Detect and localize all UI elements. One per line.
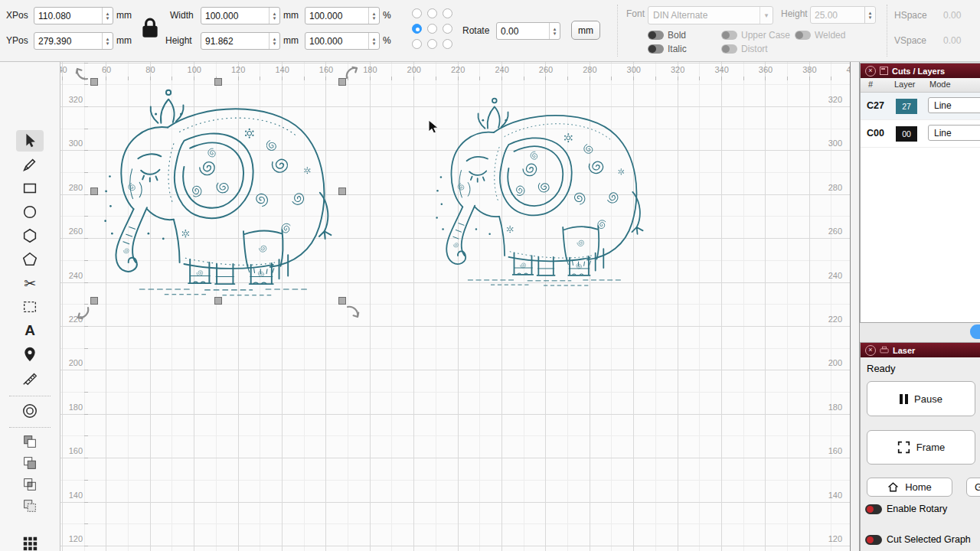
undock-icon[interactable]	[880, 67, 888, 75]
polygon-tool[interactable]	[16, 225, 44, 246]
height-percent-input[interactable]: 100.000 ▴▾	[305, 32, 380, 50]
cut-selected-toggle[interactable]	[865, 535, 882, 545]
selection-handle-nw[interactable]	[90, 78, 98, 86]
boolean-subtract-tool[interactable]	[16, 452, 44, 474]
welded-toggle[interactable]	[795, 31, 811, 40]
aspect-lock-icon[interactable]	[140, 17, 160, 42]
frame-button[interactable]: Frame	[867, 430, 975, 465]
distort-toggle[interactable]	[721, 44, 737, 54]
layer-color-swatch[interactable]: 00	[896, 126, 917, 142]
rectangle-tool[interactable]	[16, 178, 44, 199]
pentagon-tool[interactable]	[16, 249, 44, 270]
ruler-label: 260	[822, 227, 842, 236]
ruler-label: 360	[755, 65, 776, 75]
ruler-label: 180	[64, 403, 83, 412]
layer-mode-select[interactable]: Line	[928, 125, 980, 141]
xpos-stepper[interactable]: ▴▾	[102, 8, 113, 24]
font-select[interactable]: DIN Alternate ▾	[648, 6, 773, 24]
ruler-label: 220	[822, 315, 842, 324]
anchor-top-left[interactable]	[412, 8, 422, 18]
selection-handle-n[interactable]	[214, 78, 222, 86]
selection-handle-s[interactable]	[214, 297, 222, 305]
cuts-layers-titlebar[interactable]: × Cuts / Layers	[861, 64, 980, 78]
bold-toggle[interactable]	[648, 31, 664, 40]
width-stepper[interactable]: ▴▾	[269, 8, 279, 24]
italic-toggle[interactable]	[648, 44, 664, 54]
rotate-input[interactable]: 0.00 ▴▾	[496, 22, 560, 40]
close-icon[interactable]: ×	[865, 66, 876, 77]
text-tool[interactable]: A	[16, 320, 44, 341]
width-percent-input[interactable]: 100.000 ▴▾	[305, 7, 380, 24]
rotate-handle-nw[interactable]	[75, 66, 90, 81]
height-input[interactable]: 91.862 ▴▾	[201, 32, 280, 50]
ypos-input[interactable]: 279.390 ▴▾	[34, 32, 113, 50]
grid-array-tool[interactable]	[16, 533, 44, 551]
vspace-value[interactable]: 0.00	[943, 35, 961, 46]
layer-row[interactable]: C00 00 Line	[861, 120, 980, 148]
ruler-top-ticks	[60, 77, 850, 80]
offset-shapes-tool[interactable]	[16, 400, 44, 422]
ruler-label: 320	[667, 65, 688, 75]
close-icon[interactable]: ×	[865, 345, 876, 356]
position-tool[interactable]	[16, 344, 44, 365]
anchor-middle-left[interactable]	[412, 24, 422, 34]
hspace-value[interactable]: 0.00	[943, 10, 961, 21]
go-button[interactable]: G	[966, 478, 980, 497]
anchor-bottom-right[interactable]	[443, 39, 452, 49]
height-stepper[interactable]: ▴▾	[269, 33, 279, 49]
width-input[interactable]: 100.000 ▴▾	[201, 7, 280, 24]
boolean-intersect-tool[interactable]	[16, 474, 44, 495]
width-percent-stepper[interactable]: ▴▾	[368, 8, 379, 24]
selection-handle-se[interactable]	[338, 297, 346, 305]
ellipse-tool[interactable]	[16, 201, 44, 223]
selection-handle-sw[interactable]	[90, 297, 98, 305]
anchor-top-right[interactable]	[443, 8, 452, 18]
height-percent-stepper[interactable]: ▴▾	[368, 33, 379, 49]
selection-handle-e[interactable]	[338, 187, 346, 195]
anchor-bottom-center[interactable]	[427, 39, 437, 49]
layer-row[interactable]: C27 27 Line	[861, 93, 980, 120]
ruler-label: 200	[403, 65, 425, 75]
xpos-input[interactable]: 110.080 ▴▾	[34, 7, 113, 24]
home-button[interactable]: Home	[867, 478, 952, 497]
cut-selected-label: Cut Selected Graph	[887, 534, 971, 545]
width-percent-unit: %	[383, 10, 391, 21]
elephant-graphic-selected[interactable]	[96, 81, 341, 297]
measure-tool[interactable]	[16, 367, 44, 389]
cut-shapes-tool[interactable]: ✂	[16, 272, 44, 294]
layer-color-swatch[interactable]: 27	[896, 99, 917, 114]
anchor-top-center[interactable]	[427, 8, 437, 18]
font-height-stepper[interactable]: ▴▾	[864, 7, 875, 23]
text-a-icon: A	[24, 322, 35, 339]
rotate-handle-sw[interactable]	[75, 305, 90, 320]
layer-mode-select[interactable]: Line	[928, 97, 980, 113]
enable-rotary-toggle[interactable]	[865, 504, 882, 514]
selection-handle-w[interactable]	[90, 187, 98, 195]
rotate-handle-ne[interactable]	[345, 66, 360, 81]
upper-case-toggle[interactable]	[721, 31, 737, 40]
elephant-graphic[interactable]	[429, 90, 652, 287]
hidden-panel-button[interactable]	[970, 324, 980, 339]
ypos-stepper[interactable]: ▴▾	[102, 33, 113, 49]
boolean-difference-tool[interactable]	[16, 495, 44, 517]
rotate-handle-se[interactable]	[345, 305, 360, 320]
boolean-union-tool[interactable]	[16, 431, 44, 452]
layers-table-header: # Layer Mode	[861, 78, 980, 93]
canvas-workspace[interactable]: 4060801001201401601802002202402602803003…	[60, 61, 850, 551]
font-height-input[interactable]: 25.00 ▴▾	[810, 6, 876, 24]
frame-select-tool[interactable]	[16, 296, 44, 318]
ruler-label: 240	[822, 271, 842, 281]
anchor-middle-center[interactable]	[427, 24, 437, 34]
laser-titlebar[interactable]: × Laser	[861, 343, 980, 357]
distort-label: Distort	[741, 44, 768, 54]
ruler-label: 60	[96, 65, 117, 75]
select-tool[interactable]	[16, 130, 44, 152]
ruler-label: 400	[843, 65, 850, 75]
anchor-bottom-left[interactable]	[412, 39, 422, 49]
anchor-middle-right[interactable]	[443, 24, 452, 34]
draw-lines-tool[interactable]	[16, 154, 44, 175]
units-button[interactable]: mm	[571, 21, 600, 40]
laser-panel: × Laser Ready Pause Frame	[860, 342, 980, 551]
rotate-stepper[interactable]: ▴▾	[549, 23, 560, 39]
pause-button[interactable]: Pause	[867, 381, 975, 416]
